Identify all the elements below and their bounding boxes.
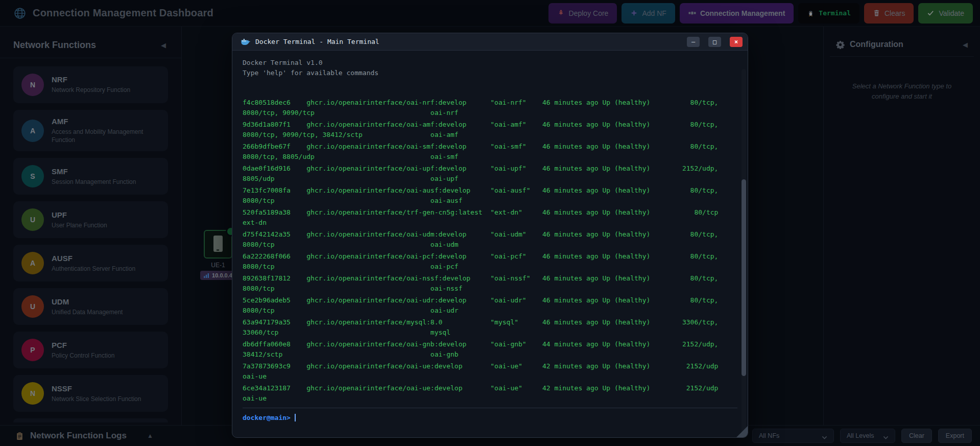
- container-line-2: 33060/tcp mysql: [243, 327, 737, 338]
- container-line-1: 7e13fc7008fa ghcr.io/openairinterface/oa…: [243, 185, 737, 196]
- container-line-1: 63a947179a35 ghcr.io/openairinterface/my…: [243, 317, 737, 327]
- terminal-prompt: docker@main>: [243, 414, 291, 421]
- container-row-oai-ausf: 7e13fc7008fa ghcr.io/openairinterface/oa…: [243, 185, 737, 206]
- container-line-2: 8080/tcp oai-udr: [243, 306, 737, 316]
- container-row-oai-udm: d75f42142a35 ghcr.io/openairinterface/oa…: [243, 229, 737, 250]
- container-row-oai-gnb: db6dffa060e8 ghcr.io/openairinterface/oa…: [243, 339, 737, 360]
- terminal-cursor: [295, 414, 296, 421]
- container-line-2: 8080/tcp oai-udm: [243, 240, 737, 250]
- container-line-1: 9d36d1a807f1 ghcr.io/openairinterface/oa…: [243, 120, 737, 130]
- container-line-1: 892638f17812 ghcr.io/openairinterface/oa…: [243, 273, 737, 284]
- container-line-2: 8080/tcp oai-nssf: [243, 284, 737, 294]
- container-line-2: 38412/sctp oai-gnb: [243, 349, 737, 360]
- terminal-window-title: Docker Terminal - Main Terminal: [255, 38, 678, 45]
- container-line-1: 6ce34a123187 ghcr.io/openairinterface/oa…: [243, 383, 737, 393]
- terminal-prompt-line[interactable]: docker@main>: [243, 408, 737, 421]
- container-line-2: 8805/udp oai-upf: [243, 174, 737, 184]
- container-line-2: ext-dn: [243, 218, 737, 228]
- container-row-ext-dn: 520fa5189a38 ghcr.io/openairinterface/tr…: [243, 207, 737, 228]
- docker-ps-output: f4c80518dec6 ghcr.io/openairinterface/oa…: [243, 98, 737, 404]
- container-line-1: f4c80518dec6 ghcr.io/openairinterface/oa…: [243, 98, 737, 108]
- container-line-2: 8080/tcp, 8805/udp oai-smf: [243, 152, 737, 162]
- container-line-1: 5ce2b96adeb5 ghcr.io/openairinterface/oa…: [243, 295, 737, 306]
- container-line-1: db6dffa060e8 ghcr.io/openairinterface/oa…: [243, 339, 737, 349]
- container-row-mysql: 63a947179a35 ghcr.io/openairinterface/my…: [243, 317, 737, 338]
- dashboard-page: Connection Management Dashboard Deploy C…: [0, 0, 980, 446]
- container-line-2: 8080/tcp, 9090/tcp oai-nrf: [243, 108, 737, 118]
- close-button[interactable]: ×: [730, 37, 743, 47]
- container-line-2: 8080/tcp oai-ausf: [243, 196, 737, 206]
- container-line-1: 266b9dfbe67f ghcr.io/openairinterface/oa…: [243, 142, 737, 152]
- container-line-1: d75f42142a35 ghcr.io/openairinterface/oa…: [243, 229, 737, 240]
- docker-whale-icon: [241, 38, 250, 46]
- container-row-oai-ue: 6ce34a123187 ghcr.io/openairinterface/oa…: [243, 383, 737, 404]
- maximize-button[interactable]: □: [708, 37, 721, 47]
- container-line-1: 7a37873693c9 ghcr.io/openairinterface/oa…: [243, 361, 737, 371]
- container-row-oai-nrf: f4c80518dec6 ghcr.io/openairinterface/oa…: [243, 98, 737, 118]
- container-line-2: 8080/tcp oai-pcf: [243, 262, 737, 272]
- terminal-body[interactable]: Docker Terminal v1.0 Type 'help' for ava…: [232, 51, 748, 438]
- container-line-2: oai-ue: [243, 393, 737, 404]
- container-line-1: 520fa5189a38 ghcr.io/openairinterface/tr…: [243, 207, 737, 218]
- container-row-oai-ue: 7a37873693c9 ghcr.io/openairinterface/oa…: [243, 361, 737, 382]
- docker-terminal-window: Docker Terminal - Main Terminal – □ × Do…: [232, 33, 748, 438]
- container-line-2: oai-ue: [243, 371, 737, 382]
- minimize-button[interactable]: –: [687, 37, 700, 47]
- container-row-oai-udr: 5ce2b96adeb5 ghcr.io/openairinterface/oa…: [243, 295, 737, 316]
- container-row-oai-upf: 0dae0f16d916 ghcr.io/openairinterface/oa…: [243, 163, 737, 184]
- container-line-2: 8080/tcp, 9090/tcp, 38412/sctp oai-amf: [243, 130, 737, 140]
- terminal-intro-line: Type 'help' for available commands: [243, 68, 737, 78]
- container-row-oai-amf: 9d36d1a807f1 ghcr.io/openairinterface/oa…: [243, 120, 737, 140]
- container-row-oai-nssf: 892638f17812 ghcr.io/openairinterface/oa…: [243, 273, 737, 294]
- container-row-oai-pcf: 6a222268f066 ghcr.io/openairinterface/oa…: [243, 251, 737, 272]
- terminal-titlebar[interactable]: Docker Terminal - Main Terminal – □ ×: [232, 33, 748, 51]
- container-line-1: 6a222268f066 ghcr.io/openairinterface/oa…: [243, 251, 737, 262]
- container-row-oai-smf: 266b9dfbe67f ghcr.io/openairinterface/oa…: [243, 142, 737, 162]
- container-line-1: 0dae0f16d916 ghcr.io/openairinterface/oa…: [243, 163, 737, 174]
- terminal-intro-line: Docker Terminal v1.0: [243, 58, 737, 68]
- terminal-scrollbar-thumb[interactable]: [742, 179, 746, 376]
- resize-handle[interactable]: [736, 426, 748, 437]
